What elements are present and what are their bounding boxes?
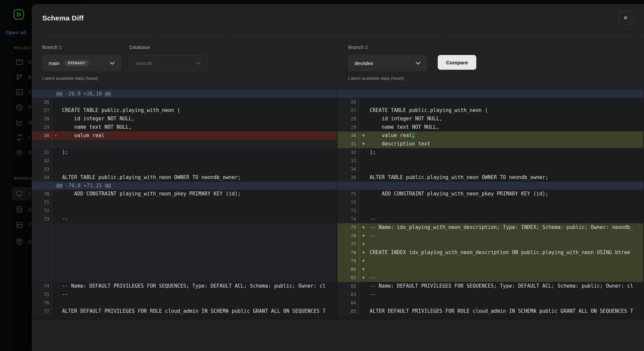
diff-row: 72 (337, 198, 643, 207)
branch2-label: Branch 2 (348, 45, 368, 50)
chevron-down-icon (110, 60, 115, 66)
diff-row (32, 140, 337, 148)
diff-row: 77+ (337, 240, 643, 248)
branch2-hint: Latest available data (head) (348, 76, 404, 81)
diff-row: 83-- (337, 290, 643, 299)
modal-title: Schema Diff (42, 14, 84, 22)
database-value: neondb (136, 60, 152, 66)
diff-row: 75-- (32, 290, 337, 299)
diff-row: 74-- (337, 215, 643, 223)
branch2-value: dev/alex (355, 60, 373, 66)
diff-row: 74-- Name: DEFAULT PRIVILEGES FOR SEQUEN… (32, 282, 337, 290)
diff-panel-branch2: 2627CREATE TABLE public.playing_with_neo… (337, 90, 643, 320)
diff-row: 26 (337, 98, 643, 106)
diff-row: 79+ (337, 257, 643, 265)
branch2-select[interactable]: dev/alex (348, 55, 427, 71)
diff-row: 33 (32, 165, 337, 173)
diff-row: 28 id integer NOT NULL, (32, 115, 337, 123)
diff-row: 27CREATE TABLE public.playing_with_neon … (32, 106, 337, 115)
diff-row (32, 223, 337, 232)
diff-row: 73 (337, 207, 643, 215)
diff-row: 80+ (337, 265, 643, 274)
diff-row: 73-- (32, 215, 337, 223)
diff-row (32, 274, 337, 282)
diff-row: 26 (32, 98, 337, 106)
diff-row: 76+-- (337, 232, 643, 240)
diff-row: @@ -70,8 +71,15 @@ (32, 182, 337, 190)
branch1-label: Branch 1 (42, 45, 62, 50)
diff-row (32, 240, 337, 248)
diff-row: 77ALTER DEFAULT PRIVILEGES FOR ROLE clou… (32, 307, 337, 315)
header-divider (32, 36, 644, 36)
diff-row: 27CREATE TABLE public.playing_with_neon … (337, 106, 643, 115)
diff-row: 71 (32, 198, 337, 207)
diff-row: 34 (337, 165, 643, 173)
database-select[interactable]: neondb (129, 55, 207, 71)
chevron-down-icon (196, 60, 201, 66)
schema-diff-viewer[interactable]: @@ -26,9 +26,10 @@2627CREATE TABLE publi… (32, 90, 644, 320)
schema-diff-modal: Schema Diff ✕ Branch 1 main PRIMARY Late… (32, 4, 644, 351)
diff-row (32, 257, 337, 265)
diff-row: 29 name text NOT NULL, (32, 123, 337, 131)
primary-badge: PRIMARY (64, 60, 89, 66)
diff-row: 34ALTER TABLE public.playing_with_neon O… (32, 173, 337, 182)
diff-row: 85ALTER DEFAULT PRIVILEGES FOR ROLE clou… (337, 307, 643, 315)
compare-button[interactable]: Compare (438, 55, 476, 70)
chevron-down-icon (416, 60, 421, 66)
diff-row: 30- value real (32, 131, 337, 140)
diff-row: 29 name text NOT NULL, (337, 123, 643, 131)
branch1-value: main (49, 60, 60, 66)
close-icon: ✕ (623, 15, 628, 21)
branch1-select[interactable]: main PRIMARY (42, 55, 121, 71)
diff-row (32, 248, 337, 257)
diff-row: 30+ value real, (337, 131, 643, 140)
diff-row: 32); (337, 148, 643, 157)
diff-row (337, 182, 643, 190)
branch1-hint: Latest available data (head) (42, 76, 98, 81)
screen: Open ad PROJECT BRANCH DBSRMISCDTR Schem… (0, 0, 644, 351)
diff-row: 84 (337, 299, 643, 307)
diff-row (32, 265, 337, 274)
close-button[interactable]: ✕ (619, 11, 632, 24)
diff-row: 76 (32, 299, 337, 307)
diff-panel-branch1: @@ -26,9 +26,10 @@2627CREATE TABLE publi… (32, 90, 337, 320)
diff-row: 70 ADD CONSTRAINT playing_with_neon_pkey… (32, 190, 337, 198)
diff-row: 33 (337, 157, 643, 165)
diff-row: 28 id integer NOT NULL, (337, 115, 643, 123)
diff-row: 35ALTER TABLE public.playing_with_neon O… (337, 173, 643, 182)
diff-row (32, 232, 337, 240)
diff-row: 31); (32, 148, 337, 157)
diff-row: 82-- Name: DEFAULT PRIVILEGES FOR SEQUEN… (337, 282, 643, 290)
diff-row: 72 (32, 207, 337, 215)
diff-row: @@ -26,9 +26,10 @@ (32, 90, 337, 98)
diff-row: 31+ description text (337, 140, 643, 148)
diff-row: 32 (32, 157, 337, 165)
diff-row: 81+-- (337, 274, 643, 282)
diff-row (337, 90, 643, 98)
diff-row: 75+-- Name: idx_playing_with_neon_descri… (337, 223, 643, 232)
diff-row: 71 ADD CONSTRAINT playing_with_neon_pkey… (337, 190, 643, 198)
diff-row: 78+CREATE INDEX idx_playing_with_neon_de… (337, 248, 643, 257)
database-label: Database (129, 45, 150, 50)
